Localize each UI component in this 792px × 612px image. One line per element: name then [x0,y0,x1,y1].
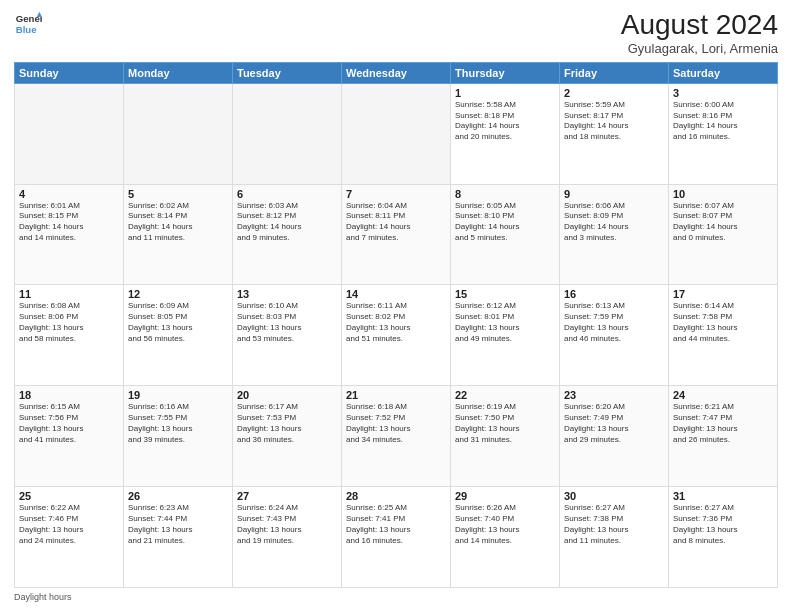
calendar-week-4: 18Sunrise: 6:15 AM Sunset: 7:56 PM Dayli… [15,386,778,487]
main-title: August 2024 [621,10,778,41]
calendar-week-2: 4Sunrise: 6:01 AM Sunset: 8:15 PM Daylig… [15,184,778,285]
weekday-header-row: SundayMondayTuesdayWednesdayThursdayFrid… [15,62,778,83]
day-number: 28 [346,490,446,502]
calendar-cell: 4Sunrise: 6:01 AM Sunset: 8:15 PM Daylig… [15,184,124,285]
calendar-cell: 14Sunrise: 6:11 AM Sunset: 8:02 PM Dayli… [342,285,451,386]
calendar-cell: 11Sunrise: 6:08 AM Sunset: 8:06 PM Dayli… [15,285,124,386]
day-info: Sunrise: 6:01 AM Sunset: 8:15 PM Dayligh… [19,201,119,244]
calendar-cell: 23Sunrise: 6:20 AM Sunset: 7:49 PM Dayli… [560,386,669,487]
calendar-cell: 29Sunrise: 6:26 AM Sunset: 7:40 PM Dayli… [451,487,560,588]
calendar-cell: 7Sunrise: 6:04 AM Sunset: 8:11 PM Daylig… [342,184,451,285]
calendar-cell: 9Sunrise: 6:06 AM Sunset: 8:09 PM Daylig… [560,184,669,285]
calendar-cell: 20Sunrise: 6:17 AM Sunset: 7:53 PM Dayli… [233,386,342,487]
day-number: 18 [19,389,119,401]
calendar-cell: 10Sunrise: 6:07 AM Sunset: 8:07 PM Dayli… [669,184,778,285]
calendar-cell: 2Sunrise: 5:59 AM Sunset: 8:17 PM Daylig… [560,83,669,184]
subtitle: Gyulagarak, Lori, Armenia [621,41,778,56]
calendar-cell: 6Sunrise: 6:03 AM Sunset: 8:12 PM Daylig… [233,184,342,285]
day-info: Sunrise: 6:13 AM Sunset: 7:59 PM Dayligh… [564,301,664,344]
day-info: Sunrise: 6:11 AM Sunset: 8:02 PM Dayligh… [346,301,446,344]
day-number: 21 [346,389,446,401]
day-number: 2 [564,87,664,99]
footer: Daylight hours [14,592,778,602]
day-info: Sunrise: 6:25 AM Sunset: 7:41 PM Dayligh… [346,503,446,546]
day-info: Sunrise: 6:20 AM Sunset: 7:49 PM Dayligh… [564,402,664,445]
calendar-cell: 1Sunrise: 5:58 AM Sunset: 8:18 PM Daylig… [451,83,560,184]
calendar-cell: 25Sunrise: 6:22 AM Sunset: 7:46 PM Dayli… [15,487,124,588]
day-number: 19 [128,389,228,401]
day-number: 26 [128,490,228,502]
weekday-header-saturday: Saturday [669,62,778,83]
calendar-cell: 12Sunrise: 6:09 AM Sunset: 8:05 PM Dayli… [124,285,233,386]
day-number: 1 [455,87,555,99]
calendar-cell: 19Sunrise: 6:16 AM Sunset: 7:55 PM Dayli… [124,386,233,487]
calendar-cell: 17Sunrise: 6:14 AM Sunset: 7:58 PM Dayli… [669,285,778,386]
calendar-cell: 16Sunrise: 6:13 AM Sunset: 7:59 PM Dayli… [560,285,669,386]
logo-icon: General Blue [14,10,42,38]
day-number: 8 [455,188,555,200]
calendar-table: SundayMondayTuesdayWednesdayThursdayFrid… [14,62,778,588]
day-info: Sunrise: 6:05 AM Sunset: 8:10 PM Dayligh… [455,201,555,244]
day-number: 30 [564,490,664,502]
calendar-cell: 13Sunrise: 6:10 AM Sunset: 8:03 PM Dayli… [233,285,342,386]
calendar-cell: 24Sunrise: 6:21 AM Sunset: 7:47 PM Dayli… [669,386,778,487]
calendar-cell: 5Sunrise: 6:02 AM Sunset: 8:14 PM Daylig… [124,184,233,285]
weekday-header-monday: Monday [124,62,233,83]
day-info: Sunrise: 6:27 AM Sunset: 7:36 PM Dayligh… [673,503,773,546]
calendar-cell [15,83,124,184]
calendar-cell: 31Sunrise: 6:27 AM Sunset: 7:36 PM Dayli… [669,487,778,588]
day-info: Sunrise: 6:09 AM Sunset: 8:05 PM Dayligh… [128,301,228,344]
page: General Blue August 2024 Gyulagarak, Lor… [0,0,792,612]
day-info: Sunrise: 6:03 AM Sunset: 8:12 PM Dayligh… [237,201,337,244]
weekday-header-tuesday: Tuesday [233,62,342,83]
day-info: Sunrise: 6:10 AM Sunset: 8:03 PM Dayligh… [237,301,337,344]
weekday-header-wednesday: Wednesday [342,62,451,83]
weekday-header-friday: Friday [560,62,669,83]
day-info: Sunrise: 6:27 AM Sunset: 7:38 PM Dayligh… [564,503,664,546]
day-info: Sunrise: 6:24 AM Sunset: 7:43 PM Dayligh… [237,503,337,546]
calendar-cell: 21Sunrise: 6:18 AM Sunset: 7:52 PM Dayli… [342,386,451,487]
day-info: Sunrise: 6:19 AM Sunset: 7:50 PM Dayligh… [455,402,555,445]
day-number: 20 [237,389,337,401]
logo: General Blue [14,10,42,38]
day-info: Sunrise: 5:59 AM Sunset: 8:17 PM Dayligh… [564,100,664,143]
day-number: 10 [673,188,773,200]
calendar-cell: 30Sunrise: 6:27 AM Sunset: 7:38 PM Dayli… [560,487,669,588]
calendar-cell: 8Sunrise: 6:05 AM Sunset: 8:10 PM Daylig… [451,184,560,285]
calendar-cell [233,83,342,184]
day-number: 14 [346,288,446,300]
day-info: Sunrise: 6:21 AM Sunset: 7:47 PM Dayligh… [673,402,773,445]
day-number: 3 [673,87,773,99]
calendar-cell: 18Sunrise: 6:15 AM Sunset: 7:56 PM Dayli… [15,386,124,487]
day-number: 9 [564,188,664,200]
calendar-cell: 26Sunrise: 6:23 AM Sunset: 7:44 PM Dayli… [124,487,233,588]
day-info: Sunrise: 6:14 AM Sunset: 7:58 PM Dayligh… [673,301,773,344]
day-info: Sunrise: 6:18 AM Sunset: 7:52 PM Dayligh… [346,402,446,445]
day-info: Sunrise: 6:00 AM Sunset: 8:16 PM Dayligh… [673,100,773,143]
day-number: 24 [673,389,773,401]
calendar-cell: 22Sunrise: 6:19 AM Sunset: 7:50 PM Dayli… [451,386,560,487]
day-number: 13 [237,288,337,300]
day-number: 7 [346,188,446,200]
day-info: Sunrise: 6:07 AM Sunset: 8:07 PM Dayligh… [673,201,773,244]
weekday-header-thursday: Thursday [451,62,560,83]
day-number: 17 [673,288,773,300]
day-info: Sunrise: 5:58 AM Sunset: 8:18 PM Dayligh… [455,100,555,143]
calendar-cell: 15Sunrise: 6:12 AM Sunset: 8:01 PM Dayli… [451,285,560,386]
day-number: 16 [564,288,664,300]
calendar-cell [124,83,233,184]
weekday-header-sunday: Sunday [15,62,124,83]
day-number: 6 [237,188,337,200]
day-number: 29 [455,490,555,502]
day-number: 11 [19,288,119,300]
day-number: 27 [237,490,337,502]
day-number: 4 [19,188,119,200]
calendar-week-5: 25Sunrise: 6:22 AM Sunset: 7:46 PM Dayli… [15,487,778,588]
day-number: 31 [673,490,773,502]
day-info: Sunrise: 6:23 AM Sunset: 7:44 PM Dayligh… [128,503,228,546]
calendar-cell: 27Sunrise: 6:24 AM Sunset: 7:43 PM Dayli… [233,487,342,588]
calendar-cell [342,83,451,184]
day-info: Sunrise: 6:12 AM Sunset: 8:01 PM Dayligh… [455,301,555,344]
day-info: Sunrise: 6:26 AM Sunset: 7:40 PM Dayligh… [455,503,555,546]
calendar-week-3: 11Sunrise: 6:08 AM Sunset: 8:06 PM Dayli… [15,285,778,386]
